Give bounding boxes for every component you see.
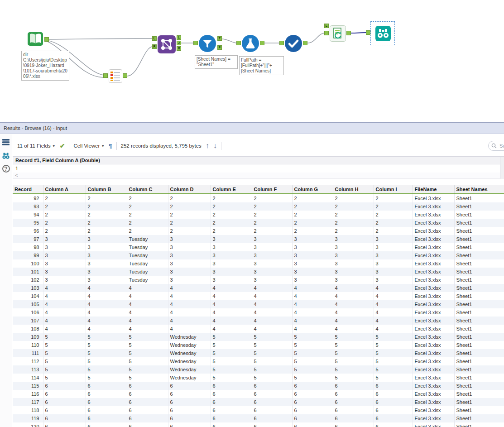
data-cell[interactable]: 6: [374, 414, 413, 422]
data-cell[interactable]: 4: [43, 292, 86, 300]
data-cell[interactable]: 3: [252, 268, 292, 276]
data-cell[interactable]: 4: [333, 284, 374, 292]
wire-dynamic-to-browse[interactable]: [351, 33, 366, 33]
record-number-cell[interactable]: 98: [13, 243, 43, 251]
data-cell[interactable]: 3: [374, 276, 413, 284]
record-number-cell[interactable]: 102: [13, 276, 43, 284]
data-cell[interactable]: 3: [333, 235, 374, 243]
record-number-cell[interactable]: 95: [13, 219, 43, 227]
data-cell[interactable]: 3: [211, 268, 252, 276]
tool-join[interactable]: [158, 35, 176, 53]
data-cell[interactable]: 5: [43, 341, 86, 349]
data-cell[interactable]: 3: [43, 243, 86, 251]
data-cell[interactable]: 2: [374, 219, 413, 227]
data-cell[interactable]: Sheet1: [454, 194, 504, 202]
data-cell[interactable]: 3: [333, 268, 374, 276]
data-cell[interactable]: 2: [127, 211, 168, 219]
data-cell[interactable]: 3: [211, 251, 252, 259]
data-cell[interactable]: Tuesday: [127, 243, 168, 251]
data-cell[interactable]: 4: [43, 284, 86, 292]
data-cell[interactable]: 4: [168, 292, 211, 300]
data-cell[interactable]: 3: [292, 251, 333, 259]
data-cell[interactable]: Sheet1: [454, 317, 504, 325]
table-row[interactable]: 9833Tuesday333333Excel 3.xlsxSheet1: [13, 243, 504, 251]
data-cell[interactable]: 4: [292, 284, 333, 292]
data-cell[interactable]: 5: [43, 333, 86, 341]
whitespace-toggle-icon[interactable]: ¶: [109, 143, 112, 149]
data-cell[interactable]: Sheet1: [454, 259, 504, 268]
dynamic-input-anchor[interactable]: [324, 31, 329, 35]
table-row[interactable]: 112555Wednesday55555Excel 3.xlsxSheet1: [13, 357, 504, 365]
data-cell[interactable]: Sheet1: [454, 398, 504, 406]
data-cell[interactable]: 2: [252, 219, 292, 227]
column-header[interactable]: Column E: [211, 185, 252, 194]
data-cell[interactable]: Excel 3.xlsx: [413, 398, 454, 406]
data-cell[interactable]: 3: [168, 243, 211, 251]
data-cell[interactable]: 6: [252, 406, 292, 414]
data-cell[interactable]: 4: [252, 325, 292, 333]
data-cell[interactable]: 6: [86, 398, 127, 406]
table-row[interactable]: 108444444444Excel 3.xlsxSheet1: [13, 325, 504, 333]
data-cell[interactable]: Tuesday: [127, 268, 168, 276]
data-cell[interactable]: 3: [211, 235, 252, 243]
data-cell[interactable]: 2: [168, 219, 211, 227]
data-cell[interactable]: 3: [86, 251, 127, 259]
table-row[interactable]: 93222222222Excel 3.xlsxSheet1: [13, 202, 504, 211]
data-cell[interactable]: 6: [127, 422, 168, 427]
data-cell[interactable]: 6: [127, 406, 168, 414]
scroll-up-arrow[interactable]: ↑: [206, 142, 209, 149]
data-cell[interactable]: 5: [333, 374, 374, 382]
data-cell[interactable]: Wednesday: [168, 341, 211, 349]
data-cell[interactable]: 2: [252, 211, 292, 219]
data-cell[interactable]: 3: [252, 259, 292, 268]
data-cell[interactable]: 4: [127, 300, 168, 308]
data-cell[interactable]: 3: [168, 268, 211, 276]
tool-sheet-list-macro[interactable]: [109, 69, 122, 83]
data-cell[interactable]: 3: [252, 243, 292, 251]
data-cell[interactable]: 2: [86, 219, 127, 227]
data-cell[interactable]: 4: [292, 300, 333, 308]
data-cell[interactable]: Sheet1: [454, 365, 504, 374]
data-cell[interactable]: 6: [374, 406, 413, 414]
data-cell[interactable]: Excel 3.xlsx: [413, 219, 454, 227]
data-cell[interactable]: Sheet1: [454, 374, 504, 382]
column-header[interactable]: FileName: [413, 185, 454, 194]
data-cell[interactable]: 2: [333, 194, 374, 202]
data-cell[interactable]: 5: [127, 357, 168, 365]
data-cell[interactable]: Excel 3.xlsx: [413, 300, 454, 308]
data-cell[interactable]: 2: [43, 202, 86, 211]
data-cell[interactable]: 6: [211, 390, 252, 398]
table-row[interactable]: 103444444444Excel 3.xlsxSheet1: [13, 284, 504, 292]
data-cell[interactable]: Excel 3.xlsx: [413, 333, 454, 341]
data-cell[interactable]: Excel 3.xlsx: [413, 382, 454, 390]
formula-output-anchor[interactable]: [260, 41, 264, 45]
macro-input-anchor[interactable]: [103, 73, 108, 78]
data-cell[interactable]: 2: [168, 194, 211, 202]
search-box[interactable]: [488, 141, 504, 151]
data-cell[interactable]: Sheet1: [454, 251, 504, 259]
data-cell[interactable]: 3: [168, 235, 211, 243]
data-cell[interactable]: 6: [86, 422, 127, 427]
table-row[interactable]: 104444444444Excel 3.xlsxSheet1: [13, 292, 504, 300]
data-cell[interactable]: 3: [292, 276, 333, 284]
data-cell[interactable]: 5: [43, 374, 86, 382]
wire-filter-to-formula[interactable]: [221, 39, 237, 43]
data-cell[interactable]: 5: [252, 349, 292, 357]
data-cell[interactable]: 4: [127, 292, 168, 300]
data-cell[interactable]: 3: [292, 235, 333, 243]
data-cell[interactable]: 3: [168, 259, 211, 268]
data-cell[interactable]: 6: [374, 422, 413, 427]
data-cell[interactable]: 4: [374, 300, 413, 308]
data-cell[interactable]: 6: [252, 422, 292, 427]
data-cell[interactable]: 6: [292, 406, 333, 414]
data-cell[interactable]: 3: [43, 235, 86, 243]
table-row[interactable]: 114555Wednesday55555Excel 3.xlsxSheet1: [13, 374, 504, 382]
data-cell[interactable]: 2: [43, 194, 86, 202]
workflow-canvas[interactable]: L R L J R T F: [0, 0, 504, 122]
table-row[interactable]: 119666666666Excel 3.xlsxSheet1: [13, 414, 504, 422]
data-cell[interactable]: 3: [333, 276, 374, 284]
data-cell[interactable]: Sheet1: [454, 308, 504, 317]
dynamic-l-anchor[interactable]: L: [324, 24, 329, 28]
data-cell[interactable]: 3: [211, 243, 252, 251]
formula-annotation[interactable]: FullPath = [FullPath]+"|||"+ [Sheet Name…: [239, 56, 284, 75]
